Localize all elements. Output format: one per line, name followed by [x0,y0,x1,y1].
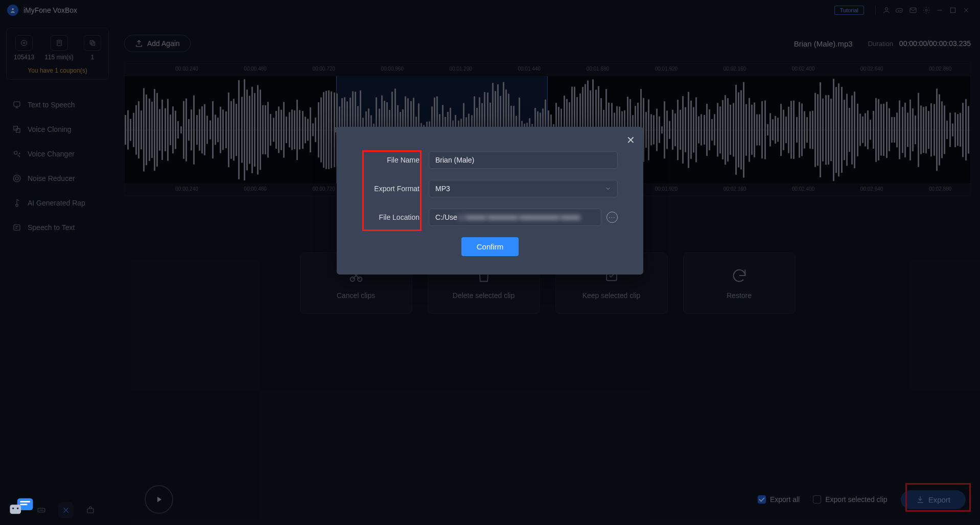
export-format-value: MP3 [435,185,450,193]
file-location-redacted: rs/■■■■/■■■■■■/■■■■■■■■/■■■■ [457,213,580,221]
modal-overlay: ✕ File Name Export Format MP3 File Locat… [0,0,980,525]
browse-location-button[interactable]: ··· [606,212,618,223]
file-name-input[interactable] [429,151,618,169]
file-name-label: File Name [362,156,429,164]
svg-point-30 [12,508,14,510]
export-format-label: Export Format [362,185,429,193]
confirm-button[interactable]: Confirm [461,237,519,256]
svg-rect-32 [20,501,30,503]
file-location-label: File Location [362,213,429,221]
chevron-down-icon [605,186,611,192]
file-location-prefix: C:/Use [435,213,457,221]
export-modal: ✕ File Name Export Format MP3 File Locat… [337,127,643,275]
close-icon[interactable]: ✕ [626,134,635,146]
export-format-select[interactable]: MP3 [429,180,618,197]
svg-point-31 [17,508,19,510]
assistant-icon[interactable] [7,494,35,518]
svg-rect-29 [10,505,21,514]
svg-rect-33 [20,504,27,506]
file-location-input[interactable]: C:/Users/■■■■/■■■■■■/■■■■■■■■/■■■■ [429,209,601,226]
